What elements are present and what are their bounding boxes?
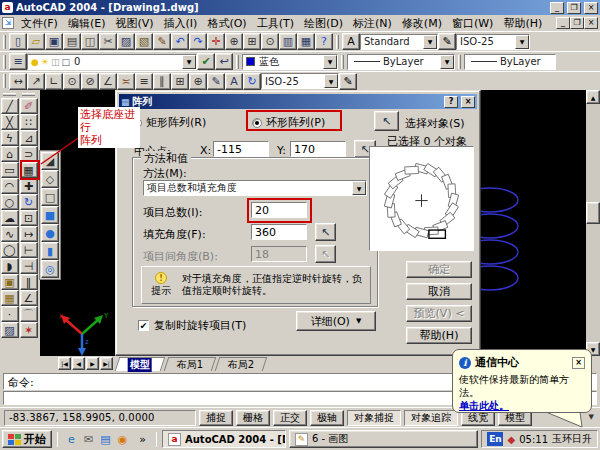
help-icon[interactable]: ? (315, 33, 333, 50)
toolbar-grip[interactable] (3, 74, 6, 88)
designcenter-icon[interactable]: ▦ (297, 33, 315, 50)
select-objects-button[interactable]: ↖ (374, 111, 399, 131)
zoom-window-icon[interactable]: ⊞ (243, 33, 261, 50)
menu-file[interactable]: 文件(F) (16, 16, 63, 31)
array-icon[interactable]: ▦ (20, 162, 38, 178)
scale-icon[interactable]: ⊡ (20, 210, 38, 226)
dim-text-edit-icon[interactable]: A (225, 73, 243, 90)
polyline-icon[interactable]: ϟ (1, 130, 19, 146)
toolbar-grip[interactable] (3, 55, 6, 69)
paste-icon[interactable]: ▧ (135, 33, 153, 50)
toolbar-grip[interactable] (3, 35, 6, 49)
coordinates-display[interactable]: -83.3867, 158.9905, 0.0000 (4, 410, 196, 426)
make-current-icon[interactable]: ✔ (197, 53, 215, 70)
aligned-dim-icon[interactable]: ↗ (27, 73, 45, 90)
vertical-scrollbar[interactable]: ▲ ▼ (586, 90, 600, 356)
chevron-down-icon[interactable]: ▼ (352, 181, 366, 195)
chevron-down-icon[interactable]: ▼ (515, 35, 529, 49)
lineweight-combo[interactable]: ByLayer (464, 54, 556, 70)
cancel-button[interactable]: 取消 (406, 283, 472, 300)
dialog-help-icon[interactable]: ? (444, 96, 458, 108)
polygon-icon[interactable]: ⌂ (1, 146, 19, 162)
properties-icon[interactable]: ▥ (279, 33, 297, 50)
mirror-icon[interactable]: ⊿ (20, 130, 38, 146)
status-tray-expand-icon[interactable]: ▼ (589, 413, 594, 421)
mdi-minimize-icon[interactable]: _ (556, 17, 570, 29)
toggle-otrack[interactable]: 对象追踪 (404, 410, 458, 426)
pan-icon[interactable]: ✛ (207, 33, 225, 50)
plot-icon[interactable]: ▤ (63, 33, 81, 50)
chevron-down-icon[interactable]: ▼ (323, 55, 337, 69)
scroll-up-icon[interactable]: ▲ (586, 90, 600, 104)
layer-manager-icon[interactable]: ≡ (9, 53, 27, 70)
chamfer-icon[interactable]: ∠ (20, 290, 38, 306)
rectangle-icon[interactable]: ▭ (1, 162, 19, 178)
center-mark-icon[interactable]: ⊕ (189, 73, 207, 90)
text-style-manager-icon[interactable]: A (342, 33, 360, 50)
tab-model[interactable]: 模型 (115, 357, 166, 371)
ellipse-arc-icon[interactable]: ◗ (1, 258, 19, 274)
media-player-icon[interactable]: ◉ (114, 431, 131, 447)
offset-icon[interactable]: ⊃ (20, 146, 38, 162)
dim-current-style-combo[interactable]: ISO-25▼ (261, 73, 339, 89)
break-icon[interactable]: ‖ (20, 274, 38, 290)
chevron-down-icon[interactable]: ▼ (182, 55, 196, 69)
text-style-combo[interactable]: Standard▼ (360, 34, 438, 50)
tolerance-icon[interactable]: ⊞ (171, 73, 189, 90)
desktop-icon[interactable]: ▤ (97, 431, 114, 447)
stretch-icon[interactable]: ↦ (20, 226, 38, 242)
balloon-link[interactable]: 单击此处。 (459, 400, 509, 411)
scrollbar-thumb[interactable] (586, 202, 600, 224)
mail-icon[interactable]: ✉ (80, 431, 97, 447)
hatch-icon[interactable]: ▨ (1, 322, 19, 338)
open-icon[interactable]: ▱ (27, 33, 45, 50)
move-icon[interactable]: ✚ (20, 178, 38, 194)
menu-insert[interactable]: 插入(I) (159, 16, 203, 31)
insert-block-icon[interactable]: ▣ (1, 274, 19, 290)
color-combo[interactable]: 蓝色 ▼ (242, 54, 338, 70)
dialog-title-bar[interactable]: ▦ 阵列 ? × (119, 94, 477, 109)
copy-object-icon[interactable]: ∷ (20, 114, 38, 130)
toolbar-grip[interactable] (22, 93, 35, 96)
chevron-down-icon[interactable]: ▼ (423, 35, 437, 49)
undo-icon[interactable]: ↶ (171, 33, 189, 50)
zoom-realtime-icon[interactable]: ⊕ (225, 33, 243, 50)
match-properties-icon[interactable]: ✎ (153, 33, 171, 50)
diameter-dim-icon[interactable]: ⊘ (81, 73, 99, 90)
linetype-combo[interactable]: ByLayer ▼ (347, 54, 455, 70)
toolbar-grip[interactable] (3, 93, 16, 96)
make-block-icon[interactable]: ▦ (1, 290, 19, 306)
3d-face-icon[interactable]: ◇ (41, 170, 59, 188)
mdi-close-icon[interactable]: × (584, 17, 598, 29)
cut-icon[interactable]: ✂ (99, 33, 117, 50)
toggle-ortho[interactable]: 正交 (273, 410, 307, 426)
trim-icon[interactable]: ⊢ (20, 242, 38, 258)
balloon-close-icon[interactable]: × (572, 357, 585, 369)
solid-torus-icon[interactable]: ◎ (41, 260, 59, 278)
dim-style-edit-icon[interactable]: ✎ (339, 73, 357, 90)
menu-modify[interactable]: 修改(M) (397, 16, 447, 31)
close-icon[interactable]: × (584, 2, 598, 14)
method-combo[interactable]: 项目总数和填充角度 ▼ (143, 180, 367, 196)
ellipse-icon[interactable]: ◯ (1, 242, 19, 258)
revcloud-icon[interactable]: ☁ (1, 210, 19, 226)
menu-tools[interactable]: 工具(T) (252, 16, 299, 31)
angular-dim-icon[interactable]: ∠ (99, 73, 117, 90)
tab-nav-first[interactable]: |◀ (58, 357, 71, 370)
toggle-polar[interactable]: 极轴 (310, 410, 344, 426)
menu-view[interactable]: 视图(V) (110, 16, 158, 31)
menu-format[interactable]: 格式(O) (202, 16, 251, 31)
copy-icon[interactable]: ▨ (117, 33, 135, 50)
fillet-icon[interactable]: ⌒ (20, 306, 38, 322)
extend-icon[interactable]: ⊣ (20, 258, 38, 274)
dim-edit-icon[interactable]: ✎ (207, 73, 225, 90)
menu-dimension[interactable]: 标注(N) (348, 16, 397, 31)
polar-array-radio[interactable]: 环形阵列(P) (252, 115, 325, 130)
ordinate-dim-icon[interactable]: ∟ (45, 73, 63, 90)
rotate-icon[interactable]: ↻ (20, 194, 38, 210)
dim-style-icon[interactable]: ✎ (438, 33, 456, 50)
quick-dim-icon[interactable]: ≍ (117, 73, 135, 90)
total-items-input[interactable] (251, 202, 307, 218)
erase-icon[interactable]: ✐ (20, 98, 38, 114)
solid-sphere-icon[interactable]: ● (41, 224, 59, 242)
